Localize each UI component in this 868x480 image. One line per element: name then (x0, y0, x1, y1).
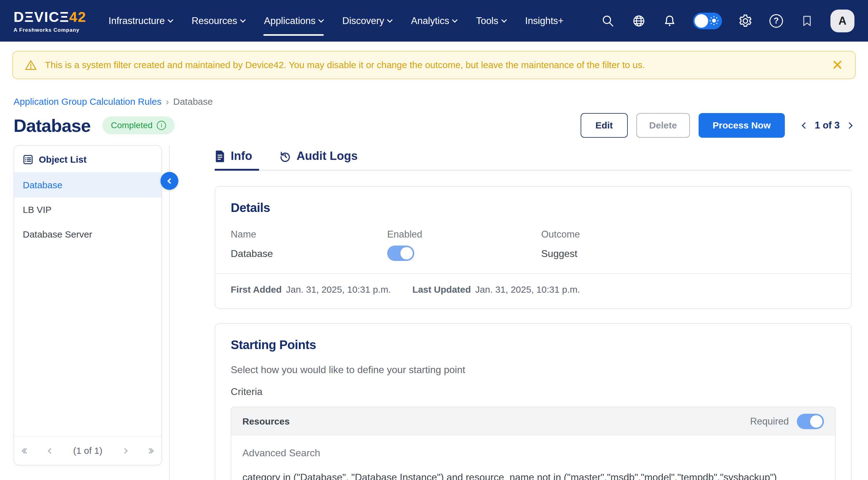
chevron-down-icon (318, 17, 324, 23)
starting-points-card: Starting Points Select how you would lik… (215, 323, 852, 480)
pager-first-icon[interactable] (23, 449, 28, 453)
details-heading: Details (231, 201, 836, 215)
delete-button[interactable]: Delete (637, 113, 690, 138)
enabled-toggle[interactable] (387, 245, 414, 261)
close-icon[interactable]: ✕ (831, 58, 843, 72)
chevron-down-icon (387, 17, 393, 23)
pager-prev-icon[interactable] (48, 448, 54, 453)
tab-info[interactable]: Info (215, 145, 259, 171)
collapse-sidebar-button[interactable] (160, 172, 178, 190)
pager-last-icon[interactable] (147, 449, 153, 453)
menu-infrastructure[interactable]: Infrastructure (108, 10, 173, 32)
required-toggle[interactable] (797, 414, 824, 429)
tab-bar: Info Audit Logs (215, 145, 852, 171)
pager-label: 1 of 3 (815, 120, 840, 131)
edit-button[interactable]: Edit (581, 113, 628, 138)
menu-resources[interactable]: Resources (191, 10, 246, 32)
advanced-search-query: category in ("Database", "Database Insta… (242, 472, 824, 480)
outcome-value: Suggest (541, 248, 836, 260)
page-title: Database (13, 115, 91, 136)
system-filter-banner: This is a system filter created and main… (12, 51, 856, 79)
main-menu: Infrastructure Resources Applications Di… (108, 10, 564, 32)
logo-wordmark-text: DΞVICΞ (13, 9, 69, 25)
sun-icon (708, 15, 720, 27)
field-outcome: Outcome Suggest (541, 229, 836, 261)
panel-divider (169, 145, 170, 480)
chevron-down-icon (452, 17, 458, 23)
object-list-header: Object List (14, 146, 161, 173)
object-list-pager: (1 of 1) (14, 436, 161, 465)
main-panel: Info Audit Logs Details Name Database (215, 145, 852, 480)
field-enabled: Enabled (387, 229, 541, 261)
details-dates: First Added Jan. 31, 2025, 10:31 p.m. La… (215, 274, 851, 308)
object-list-panel: Object List Database LB VIP Database Ser… (13, 145, 162, 466)
warning-icon (25, 59, 37, 71)
first-added: First Added Jan. 31, 2025, 10:31 p.m. (231, 284, 391, 295)
list-item-lb-vip[interactable]: LB VIP (14, 198, 161, 222)
name-label: Name (231, 229, 387, 240)
chevron-down-icon (240, 17, 246, 23)
required-label: Required (750, 416, 789, 427)
menu-analytics[interactable]: Analytics (410, 10, 457, 32)
theme-toggle-knob (694, 14, 708, 28)
status-badge: Completed (102, 116, 175, 134)
breadcrumb-separator: › (166, 96, 169, 107)
process-now-button[interactable]: Process Now (699, 113, 785, 138)
pager-prev-icon[interactable] (802, 122, 808, 128)
list-item-database[interactable]: Database (14, 173, 161, 198)
info-icon[interactable] (157, 121, 166, 130)
chevron-down-icon (167, 17, 173, 23)
top-navbar: DΞVICΞ42 A Freshworks Company Infrastruc… (0, 0, 868, 41)
pager-next-icon[interactable] (846, 122, 852, 128)
search-icon[interactable] (601, 13, 615, 28)
criteria-label: Criteria (231, 386, 836, 397)
last-updated: Last Updated Jan. 31, 2025, 10:31 p.m. (412, 284, 580, 295)
logo-42: 42 (69, 9, 86, 25)
content-area: Object List Database LB VIP Database Ser… (0, 145, 868, 480)
banner-text: This is a system filter created and main… (45, 60, 645, 70)
details-card: Details Name Database Enabled Outcome Su… (215, 186, 852, 309)
globe-icon[interactable] (631, 13, 646, 28)
title-row: Database Completed Edit Delete Process N… (13, 111, 852, 140)
pager-label: (1 of 1) (73, 446, 102, 456)
name-value: Database (231, 248, 387, 260)
device42-logo[interactable]: DΞVICΞ42 A Freshworks Company (13, 9, 86, 33)
list-item-database-server[interactable]: Database Server (14, 222, 161, 247)
menu-tools[interactable]: Tools (475, 10, 506, 32)
resources-panel: Resources Required Advanced Search categ… (231, 407, 836, 480)
logo-subtitle: A Freshworks Company (13, 27, 86, 33)
resources-label: Resources (242, 416, 289, 427)
chevron-down-icon (501, 17, 507, 23)
help-icon[interactable] (769, 13, 784, 28)
action-buttons: Edit Delete Process Now 1 of 3 (581, 113, 852, 138)
history-icon (279, 150, 291, 162)
menu-insights[interactable]: Insights+ (525, 10, 564, 32)
bell-icon[interactable] (662, 13, 677, 28)
resources-body: Advanced Search category in ("Database",… (231, 436, 835, 480)
field-name: Name Database (231, 229, 387, 261)
document-icon (215, 150, 225, 162)
navbar-icon-cluster: A (601, 9, 855, 32)
record-pager: 1 of 3 (803, 120, 852, 131)
pager-next-icon[interactable] (122, 448, 127, 453)
breadcrumb-current: Database (173, 96, 213, 107)
object-list-icon (23, 154, 33, 165)
starting-points-subtitle: Select how you would like to define your… (231, 364, 836, 376)
menu-applications[interactable]: Applications (264, 10, 324, 32)
menu-discovery[interactable]: Discovery (342, 10, 393, 32)
starting-points-heading: Starting Points (231, 338, 836, 352)
advanced-search-label: Advanced Search (242, 447, 824, 459)
breadcrumb: Application Group Calculation Rules › Da… (13, 96, 852, 107)
gear-icon[interactable] (738, 13, 753, 28)
breadcrumb-link-rules[interactable]: Application Group Calculation Rules (13, 96, 161, 107)
bookmark-icon[interactable] (800, 13, 814, 28)
outcome-label: Outcome (541, 229, 836, 240)
resources-header: Resources Required (231, 407, 835, 436)
enabled-label: Enabled (387, 229, 541, 240)
tab-audit-logs[interactable]: Audit Logs (279, 145, 364, 171)
avatar[interactable]: A (830, 9, 855, 32)
theme-toggle[interactable] (693, 12, 722, 29)
